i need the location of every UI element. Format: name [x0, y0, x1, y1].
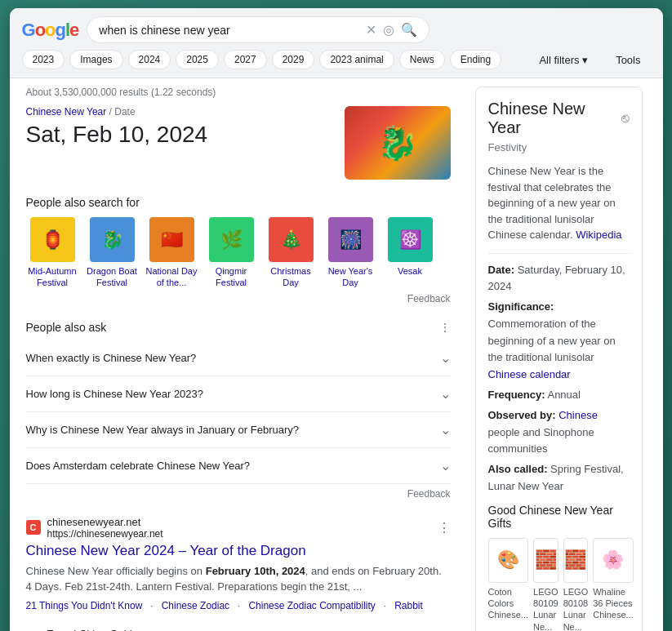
result-link-21things[interactable]: 21 Things You Didn't Know [26, 600, 143, 611]
filter-chip-2023[interactable]: 2023 [22, 50, 65, 69]
knowledge-panel-description: Chinese New Year is the festival that ce… [488, 163, 630, 243]
list-item[interactable]: 🎆 New Year's Day [324, 217, 377, 289]
christmas-label: Christmas Day [265, 265, 318, 289]
source-url-1: https://chinesenewyear.net [47, 528, 163, 540]
side-row-also-called: Also called: Spring Festival, Lunar New … [488, 461, 630, 495]
national-day-label: National Day of the... [145, 265, 198, 289]
filter-chip-images[interactable]: Images [69, 50, 122, 69]
paa-item-2[interactable]: How long is Chinese New Year 2023? ⌄ [26, 376, 451, 412]
dragon-boat-thumb: 🐉 [90, 217, 135, 262]
result-title-1[interactable]: Chinese New Year 2024 – Year of the Drag… [26, 543, 451, 559]
result-link-rabbit[interactable]: Rabbit [394, 600, 423, 611]
national-day-thumb: 🇨🇳 [149, 217, 194, 262]
paa-question-4: Does Amsterdam celebrate Chinese New Yea… [26, 460, 251, 472]
new-years-thumb: 🎆 [328, 217, 373, 262]
vesak-thumb: ☸️ [388, 217, 433, 262]
breadcrumb: Chinese New Year / Date [26, 106, 332, 118]
result-links-1: 21 Things You Didn't Know · Chinese Zodi… [26, 600, 451, 611]
paa-question-1: When exactly is Chinese New Year? [26, 352, 197, 364]
gifts-grid: 🎨 Coton Colors Chinese... 🧱 LEGO 80109 L… [488, 538, 630, 631]
filter-chip-2027[interactable]: 2027 [224, 50, 267, 69]
chevron-down-icon: ⌄ [440, 458, 451, 473]
lens-icon[interactable]: ◎ [383, 22, 394, 38]
paa-question-3: Why is Chinese New Year always in Januar… [26, 424, 300, 436]
result-link-compatibility[interactable]: Chinese Zodiac Compatibility [248, 600, 375, 611]
gift-thumb-2: 🧱 [533, 538, 559, 583]
filters-row: 2023 Images 2024 2025 2027 2029 2023 ani… [22, 50, 651, 69]
breadcrumb-date: Date [114, 106, 135, 118]
source-icon-1: C [26, 520, 41, 535]
feedback-link-1[interactable]: Feedback [26, 293, 451, 304]
gift-item-3[interactable]: 🧱 LEGO 80108 Lunar Ne... [563, 538, 589, 631]
chevron-down-icon: ⌄ [440, 386, 451, 402]
festival-art-icon: 🐉 [377, 124, 418, 162]
list-item[interactable]: 🏮 Mid-Autumn Festival [26, 217, 79, 289]
gift-thumb-1: 🎨 [488, 538, 529, 583]
results-count: About 3,530,000,000 results (1.22 second… [26, 87, 451, 98]
list-item[interactable]: 🌿 Qingmir Festival [205, 217, 258, 289]
gift-thumb-3: 🧱 [563, 538, 589, 583]
source-name-2: Travel China Guide [47, 628, 285, 631]
search-result-2: T Travel China Guide https://www.travelc… [26, 628, 451, 631]
featured-image: 🐉 [345, 106, 451, 180]
filter-chip-2029[interactable]: 2029 [272, 50, 315, 69]
breadcrumb-link-cny[interactable]: Chinese New Year [26, 106, 107, 118]
paa-item-3[interactable]: Why is Chinese New Year always in Januar… [26, 412, 451, 448]
paa-question-2: How long is Chinese New Year 2023? [26, 388, 204, 400]
result-snippet-1: Chinese New Year officially begins on Fe… [26, 563, 451, 595]
tools-button[interactable]: Tools [606, 51, 650, 69]
chinese-calendar-link[interactable]: Chinese calendar [488, 368, 571, 380]
gift-name-2: LEGO 80109 Lunar Ne... [533, 586, 559, 631]
share-icon[interactable]: ⎋ [621, 111, 630, 126]
gifts-section: Good Chinese New Year Gifts 🎨 Coton Colo… [488, 504, 630, 631]
qingmir-label: Qingmir Festival [205, 265, 258, 289]
people-grid: 🏮 Mid-Autumn Festival 🐉 Dragon Boat Fest… [26, 217, 451, 289]
gifts-title: Good Chinese New Year Gifts [488, 504, 630, 530]
search-box: ✕ ◎ 🔍 [87, 16, 429, 43]
gift-item-1[interactable]: 🎨 Coton Colors Chinese... [488, 538, 529, 631]
mid-autumn-label: Mid-Autumn Festival [26, 265, 79, 289]
chinese-people-link[interactable]: Chinese [559, 409, 598, 421]
featured-date: Sat, Feb 10, 2024 [26, 122, 332, 148]
gift-item-4[interactable]: 🌸 Whaline 36 Pieces Chinese... [593, 538, 634, 631]
list-item[interactable]: 🎄 Christmas Day [265, 217, 318, 289]
filter-chip-2025[interactable]: 2025 [176, 50, 219, 69]
christmas-thumb: 🎄 [269, 217, 314, 262]
knowledge-panel: Chinese New Year ⎋ Festivity Chinese New… [475, 87, 643, 631]
list-item[interactable]: ☸️ Vesak [384, 217, 437, 289]
side-row-date: Date: Saturday, February 10, 2024 [488, 262, 630, 296]
search-icon[interactable]: 🔍 [401, 22, 417, 38]
qingmir-thumb: 🌿 [209, 217, 254, 262]
feedback-link-2[interactable]: Feedback [26, 488, 451, 500]
new-years-label: New Year's Day [324, 265, 377, 289]
list-item[interactable]: 🐉 Dragon Boat Festival [86, 217, 139, 289]
filter-chip-animal[interactable]: 2023 animal [319, 50, 394, 69]
paa-more-icon[interactable]: ⋮ [439, 321, 451, 334]
wikipedia-link[interactable]: Wikipedia [576, 229, 621, 241]
all-filters-button[interactable]: All filters ▾ [529, 51, 598, 69]
paa-item-4[interactable]: Does Amsterdam celebrate Chinese New Yea… [26, 448, 451, 484]
chevron-down-icon: ⌄ [440, 422, 451, 438]
side-row-observed: Observed by: Chinese people and Sinophon… [488, 407, 630, 458]
clear-icon[interactable]: ✕ [366, 22, 376, 38]
gift-thumb-4: 🌸 [593, 538, 634, 583]
filter-chip-2024[interactable]: 2024 [128, 50, 171, 69]
gift-name-1: Coton Colors Chinese... [488, 586, 529, 621]
filter-chip-ending[interactable]: Ending [450, 50, 501, 69]
result-link-zodiac[interactable]: Chinese Zodiac [162, 600, 229, 611]
search-result-1: C chinesenewyear.net https://chinesenewy… [26, 516, 451, 611]
dragon-boat-label: Dragon Boat Festival [86, 265, 139, 289]
source-domain-1: chinesenewyear.net https://chinesenewyea… [47, 516, 163, 540]
result-menu-icon-1[interactable]: ⋮ [438, 520, 451, 535]
filter-chip-news[interactable]: News [399, 50, 445, 69]
paa-item-1[interactable]: When exactly is Chinese New Year? ⌄ [26, 340, 451, 376]
people-also-ask: People also ask ⋮ When exactly is Chines… [26, 321, 451, 500]
side-row-frequency: Frequency: Annual [488, 387, 630, 404]
search-input[interactable] [99, 24, 359, 37]
people-also-search: People also search for 🏮 Mid-Autumn Fest… [26, 196, 451, 304]
gift-item-2[interactable]: 🧱 LEGO 80109 Lunar Ne... [533, 538, 559, 631]
vesak-label: Vesak [398, 265, 422, 277]
list-item[interactable]: 🇨🇳 National Day of the... [145, 217, 198, 289]
google-logo: Google [22, 20, 79, 41]
source-name-1: chinesenewyear.net [47, 516, 163, 528]
